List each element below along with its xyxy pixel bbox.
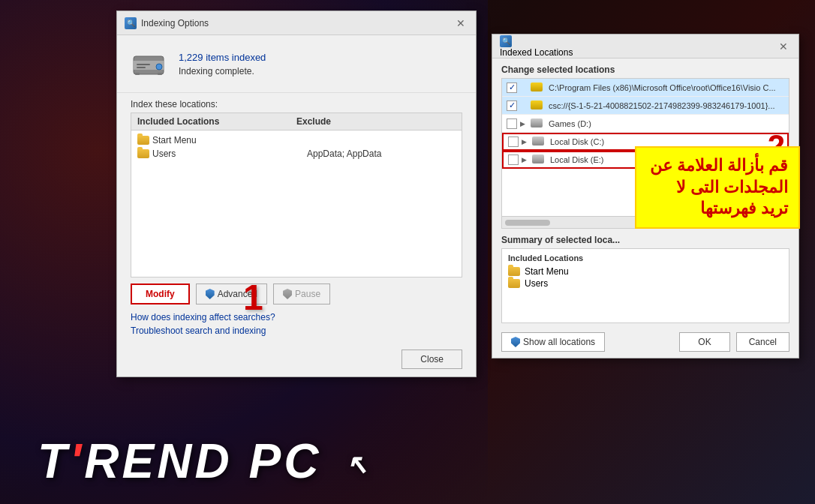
row-exclude-2: AppData; AppData — [301, 148, 456, 159]
expand-arrow-1 — [520, 84, 528, 92]
locations-table: Included Locations Exclude Start Menu Us… — [131, 112, 462, 278]
summary-box: Included Locations Start Menu Users — [501, 248, 789, 323]
hard-drive-icon — [131, 46, 167, 82]
indexed-item: ✓ csc://{S-1-5-21-4008821502-2174982399-… — [502, 97, 789, 115]
show-locations-shield-icon — [511, 337, 520, 347]
show-locations-button[interactable]: Show all locations — [501, 332, 605, 352]
expand-arrow-2 — [520, 102, 528, 110]
drive-icon-4 — [532, 136, 546, 147]
item-text-2: csc://{S-1-5-21-4008821502-2174982399-98… — [549, 101, 775, 110]
table-row: Users AppData; AppData — [137, 147, 456, 160]
checkbox-2[interactable]: ✓ — [507, 100, 517, 111]
pause-shield-icon — [283, 289, 292, 299]
brand-text: T'REND PC ↖ — [38, 434, 371, 489]
indexing-dialog-icon: 🔍 — [125, 17, 137, 29]
summary-included-label: Included Locations — [508, 254, 783, 262]
svg-rect-3 — [137, 64, 150, 65]
annotation-box: قم بأزالة العلامة عن المجلدات التى لا تر… — [635, 146, 800, 229]
item-text-4: Local Disk (C:) — [550, 137, 604, 146]
checkbox-5[interactable] — [508, 154, 519, 165]
table-header: Included Locations Exclude — [131, 113, 462, 130]
indexing-close-button[interactable]: ✕ — [453, 16, 468, 31]
close-row: Close — [117, 345, 476, 376]
svg-rect-6 — [158, 73, 162, 75]
summary-item: Start Menu — [508, 266, 783, 278]
expand-arrow-4: ▶ — [522, 138, 529, 146]
step-1-number: 1 — [243, 277, 263, 318]
cancel-button[interactable]: Cancel — [736, 332, 789, 352]
row-users: Users — [152, 148, 301, 159]
row-start-menu: Start Menu — [152, 135, 301, 146]
header-included: Included Locations — [137, 116, 296, 127]
header-exclude: Exclude — [296, 116, 456, 127]
cursor-icon: ↖ — [345, 449, 371, 481]
indexed-title-left: 🔍 Indexed Locations — [500, 35, 573, 58]
close-dialog-button[interactable]: Close — [401, 350, 462, 369]
change-locations-label: Change selected locations — [492, 58, 798, 78]
folder-icon-2 — [531, 100, 544, 111]
troubleshoot-link[interactable]: Troubleshoot search and indexing — [131, 326, 462, 336]
folder-icon — [137, 149, 149, 158]
indexed-title-bar: 🔍 Indexed Locations ✕ — [492, 34, 798, 58]
item-text-3: Games (D:) — [549, 119, 591, 128]
item-text-1: C:\Program Files (x86)\Microsoft Office\… — [549, 83, 776, 92]
index-locations-label: Index these locations: — [117, 93, 476, 112]
folder-icon-1 — [531, 82, 544, 93]
indexed-item: ▶ Games (D:) — [502, 115, 789, 133]
indexed-title-text: Indexed Locations — [500, 47, 573, 58]
pause-button[interactable]: Pause — [273, 284, 330, 304]
indexing-help-link[interactable]: How does indexing affect searches? — [131, 312, 462, 322]
summary-item: Users — [508, 278, 783, 290]
checkbox-4[interactable] — [508, 136, 519, 147]
indexing-title-text: Indexing Options — [141, 18, 209, 28]
drive-icon-5 — [532, 154, 546, 165]
indexing-options-dialog: 🔍 Indexing Options ✕ 1,229 items indexed… — [116, 10, 477, 377]
shield-icon — [206, 289, 215, 299]
dialog-links: How does indexing affect searches? Troub… — [117, 310, 476, 345]
table-body: Start Menu Users AppData; AppData — [131, 130, 462, 164]
indexing-title-bar: 🔍 Indexing Options ✕ — [117, 11, 476, 35]
summary-item-text-2: Users — [525, 278, 548, 289]
indexed-close-button[interactable]: ✕ — [776, 39, 791, 54]
pause-label: Pause — [295, 289, 320, 299]
indexed-dialog-icon: 🔍 — [500, 35, 512, 47]
summary-section: Summary of selected loca... Included Loc… — [501, 235, 789, 323]
indexed-footer: Show all locations OK Cancel — [492, 326, 798, 358]
summary-item-text-1: Start Menu — [525, 266, 569, 277]
table-row: Start Menu — [137, 134, 456, 147]
show-locations-label: Show all locations — [523, 337, 595, 347]
modify-button[interactable]: Modify — [131, 284, 190, 304]
summary-folder-icon-1 — [508, 267, 520, 276]
dialog-buttons: Modify Advanced Pause — [117, 278, 476, 310]
summary-label: Summary of selected loca... — [501, 235, 789, 245]
item-text-5: Local Disk (E:) — [550, 155, 604, 164]
ok-button[interactable]: OK — [679, 332, 729, 352]
checkbox-3[interactable] — [507, 118, 517, 129]
items-count: 1,229 items indexed — [179, 52, 266, 63]
summary-folder-icon-2 — [508, 279, 520, 288]
folder-icon — [137, 136, 149, 145]
title-left: 🔍 Indexing Options — [125, 17, 209, 29]
svg-point-2 — [156, 64, 162, 70]
expand-arrow-5: ▶ — [522, 156, 529, 164]
indexing-status: Indexing complete. — [179, 66, 266, 76]
checkbox-1[interactable]: ✓ — [507, 82, 517, 93]
svg-rect-4 — [137, 67, 146, 68]
annotation-text: قم بأزالة العلامة عن المجلدات التى لا تر… — [647, 155, 788, 220]
ok-cancel-buttons: OK Cancel — [679, 332, 789, 352]
indexed-item: ✓ C:\Program Files (x86)\Microsoft Offic… — [502, 79, 789, 97]
drive-icon-3 — [531, 118, 544, 129]
svg-rect-5 — [135, 73, 140, 75]
stats-text: 1,229 items indexed Indexing complete. — [179, 52, 266, 76]
indexing-stats: 1,229 items indexed Indexing complete. — [117, 35, 476, 93]
expand-arrow-3: ▶ — [520, 120, 528, 128]
